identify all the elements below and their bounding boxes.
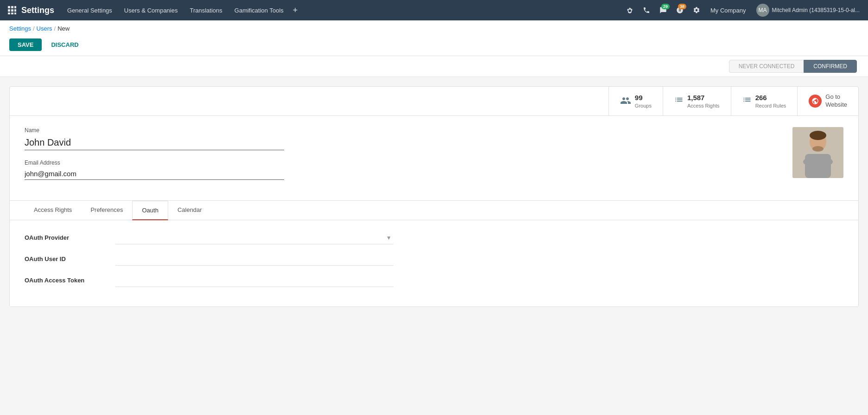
- top-navigation: Settings General Settings Users & Compan…: [0, 0, 868, 20]
- form-body: Name Email Address: [10, 116, 858, 200]
- oauth-provider-dropdown[interactable]: [115, 231, 393, 244]
- go-to-website-label: Go toWebsite: [825, 93, 847, 109]
- breadcrumb-current: New: [57, 25, 70, 32]
- oauth-access-token-value[interactable]: [115, 274, 393, 287]
- svg-rect-13: [805, 154, 831, 178]
- access-rights-count: 1,587: [687, 93, 720, 102]
- breadcrumb-users[interactable]: Users: [37, 25, 52, 32]
- oauth-provider-row: OAuth Provider ▼: [25, 231, 843, 244]
- breadcrumb-sep-1: /: [33, 25, 35, 32]
- plus-menu-icon[interactable]: +: [290, 4, 301, 17]
- activities-icon-button[interactable]: 38: [672, 3, 687, 18]
- company-menu[interactable]: My Company: [706, 4, 751, 17]
- status-bar: NEVER CONNECTED CONFIRMED: [0, 56, 868, 77]
- svg-rect-1: [11, 6, 13, 8]
- menu-item-gamification-tools[interactable]: Gamification Tools: [229, 3, 289, 18]
- oauth-user-id-row: OAuth User ID: [25, 253, 843, 266]
- name-group: Name: [25, 127, 783, 150]
- status-never-connected[interactable]: NEVER CONNECTED: [729, 60, 805, 73]
- groups-text: 99 Groups: [635, 93, 652, 109]
- name-label: Name: [25, 127, 783, 134]
- top-menu: General Settings Users & Companies Trans…: [62, 3, 621, 18]
- go-to-website-button[interactable]: Go toWebsite: [797, 87, 858, 115]
- record-rules-stat[interactable]: 266 Record Rules: [731, 87, 798, 115]
- activities-badge: 38: [678, 4, 686, 9]
- svg-rect-0: [8, 6, 10, 8]
- discard-button[interactable]: DISCARD: [45, 38, 84, 51]
- tab-access-rights[interactable]: Access Rights: [25, 201, 81, 220]
- main-content: 99 Groups 1,587 Access Rights 266: [0, 77, 868, 415]
- grid-menu-icon[interactable]: [5, 3, 19, 18]
- menu-item-translations[interactable]: Translations: [184, 3, 228, 18]
- svg-rect-4: [11, 9, 13, 12]
- svg-point-12: [812, 146, 824, 152]
- form-card: 99 Groups 1,587 Access Rights 266: [9, 86, 859, 307]
- groups-label: Groups: [635, 102, 652, 109]
- access-rights-stat[interactable]: 1,587 Access Rights: [663, 87, 731, 115]
- toolbar: SAVE DISCARD: [9, 35, 859, 56]
- page-header: Settings / Users / New SAVE DISCARD: [0, 20, 868, 56]
- breadcrumb: Settings / Users / New: [9, 20, 859, 35]
- svg-rect-2: [14, 6, 16, 8]
- breadcrumb-settings[interactable]: Settings: [9, 25, 31, 32]
- tab-preferences[interactable]: Preferences: [81, 201, 132, 220]
- oauth-user-id-value[interactable]: [115, 253, 393, 266]
- oauth-provider-select[interactable]: ▼: [115, 231, 393, 244]
- messages-badge: 29: [661, 4, 670, 9]
- app-title: Settings: [21, 6, 54, 15]
- email-input[interactable]: [25, 168, 284, 180]
- user-menu[interactable]: MA Mitchell Admin (14385319-15-0-al...: [753, 2, 863, 19]
- tab-oauth[interactable]: Oauth: [132, 201, 168, 220]
- oauth-user-id-label: OAuth User ID: [25, 255, 108, 262]
- oauth-access-token-row: OAuth Access Token: [25, 274, 843, 287]
- oauth-access-token-label: OAuth Access Token: [25, 277, 108, 284]
- menu-item-general-settings[interactable]: General Settings: [62, 3, 118, 18]
- status-confirmed[interactable]: CONFIRMED: [804, 60, 857, 73]
- globe-icon: [809, 95, 822, 108]
- name-input[interactable]: [25, 135, 284, 150]
- save-button[interactable]: SAVE: [9, 38, 42, 51]
- email-group: Email Address: [25, 160, 783, 180]
- email-label: Email Address: [25, 160, 783, 166]
- svg-rect-5: [14, 9, 16, 12]
- tab-calendar[interactable]: Calendar: [168, 201, 211, 220]
- bug-icon-button[interactable]: [622, 3, 637, 18]
- groups-icon: [620, 95, 631, 107]
- svg-rect-3: [8, 9, 10, 12]
- tabs-nav: Access Rights Preferences Oauth Calendar: [10, 201, 858, 220]
- svg-rect-6: [8, 13, 10, 14]
- record-rules-count: 266: [755, 93, 786, 102]
- menu-item-users-companies[interactable]: Users & Companies: [119, 3, 184, 18]
- messages-icon-button[interactable]: 29: [656, 3, 671, 18]
- svg-rect-7: [11, 13, 13, 14]
- settings-icon-button[interactable]: [689, 3, 704, 18]
- access-rights-icon: [674, 95, 684, 107]
- groups-count: 99: [635, 93, 652, 102]
- breadcrumb-sep-2: /: [54, 25, 56, 32]
- tab-content-oauth: OAuth Provider ▼ OAuth User ID OAuth Acc: [10, 220, 858, 306]
- stats-bar: 99 Groups 1,587 Access Rights 266: [10, 87, 858, 116]
- access-rights-label: Access Rights: [687, 102, 720, 109]
- nav-icon-group: 29 38: [622, 3, 704, 18]
- avatar: MA: [756, 4, 769, 17]
- groups-stat[interactable]: 99 Groups: [608, 87, 663, 115]
- phone-icon-button[interactable]: [639, 3, 654, 18]
- svg-point-11: [810, 131, 826, 140]
- svg-rect-8: [14, 13, 16, 14]
- tabs-section: Access Rights Preferences Oauth Calendar…: [10, 200, 858, 306]
- record-rules-text: 266 Record Rules: [755, 93, 786, 109]
- form-fields: Name Email Address: [25, 127, 783, 189]
- user-photo[interactable]: [792, 127, 843, 178]
- user-name: Mitchell Admin (14385319-15-0-al...: [772, 7, 860, 13]
- access-rights-text: 1,587 Access Rights: [687, 93, 720, 109]
- record-rules-label: Record Rules: [755, 102, 786, 109]
- record-rules-icon: [742, 95, 752, 107]
- oauth-provider-label: OAuth Provider: [25, 234, 108, 241]
